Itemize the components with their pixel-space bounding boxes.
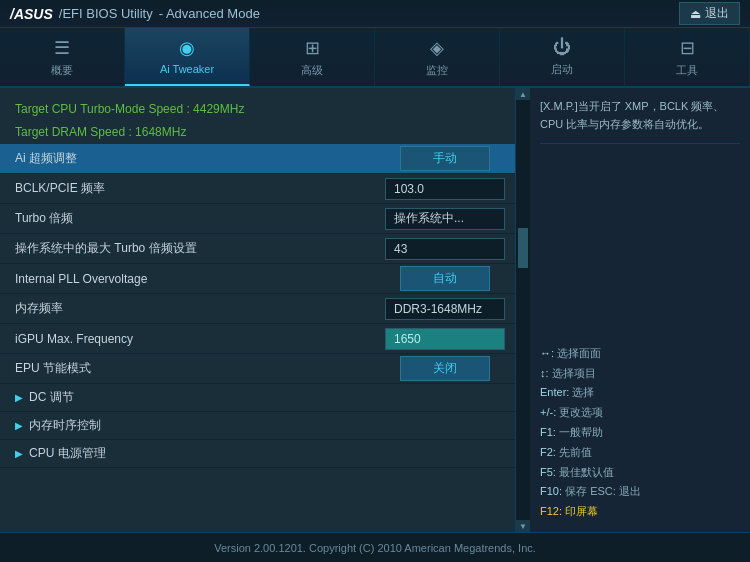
key-hint-0: ↔: 选择面面 <box>540 344 740 364</box>
nav-tabs: ☰ 概要 ◉ Ai Tweaker ⊞ 高级 ◈ 监控 ⏻ 启动 ⊟ 工具 <box>0 28 750 88</box>
setting-row-turbo[interactable]: Turbo 倍频 <box>0 204 515 234</box>
expandable-dc[interactable]: ▶ DC 调节 <box>0 384 515 412</box>
setting-row-bclk[interactable]: BCLK/PCIE 频率 <box>0 174 515 204</box>
tab-boot[interactable]: ⏻ 启动 <box>500 28 625 86</box>
header-mode: - Advanced Mode <box>159 6 260 21</box>
expand-icon-dc: ▶ <box>15 392 23 403</box>
advanced-icon: ⊞ <box>305 37 320 59</box>
ai-value: 手动 <box>375 146 515 171</box>
turbo-label: Turbo 倍频 <box>0 210 375 227</box>
expand-icon-cpu: ▶ <box>15 448 23 459</box>
help-text: [X.M.P.]当开启了 XMP，BCLK 频率、CPU 比率与内存参数将自动优… <box>540 98 740 144</box>
exit-button[interactable]: ⏏ 退出 <box>679 2 740 25</box>
turbo-value <box>375 208 515 230</box>
tab-monitor-label: 监控 <box>426 63 448 78</box>
tools-icon: ⊟ <box>680 37 695 59</box>
key-hint-5: F2: 先前值 <box>540 443 740 463</box>
max-turbo-value <box>375 238 515 260</box>
expandable-memory[interactable]: ▶ 内存时序控制 <box>0 412 515 440</box>
bclk-label: BCLK/PCIE 频率 <box>0 180 375 197</box>
footer-text: Version 2.00.1201. Copyright (C) 2010 Am… <box>214 542 536 554</box>
dc-label: DC 调节 <box>29 389 74 406</box>
tab-tools[interactable]: ⊟ 工具 <box>625 28 750 86</box>
turbo-input[interactable] <box>385 208 505 230</box>
key-help: ↔: 选择面面 ↕: 选择项目 Enter: 选择 +/-: 更改选项 F1: … <box>540 344 740 522</box>
left-panel: Target CPU Turbo-Mode Speed : 4429MHz Ta… <box>0 88 516 532</box>
tab-overview[interactable]: ☰ 概要 <box>0 28 125 86</box>
boot-icon: ⏻ <box>553 37 571 58</box>
igpu-value <box>375 328 515 350</box>
igpu-label: iGPU Max. Frequency <box>0 332 375 346</box>
tab-advanced-label: 高级 <box>301 63 323 78</box>
key-hint-6: F5: 最佳默认值 <box>540 463 740 483</box>
memory-label: 内存频率 <box>0 300 375 317</box>
setting-row-igpu[interactable]: iGPU Max. Frequency <box>0 324 515 354</box>
header-logo: /ASUS /EFI BIOS Utility - Advanced Mode <box>10 6 260 22</box>
tab-ai-tweaker[interactable]: ◉ Ai Tweaker <box>125 28 250 86</box>
setting-row-ai[interactable]: Ai 超频调整 手动 <box>0 144 515 174</box>
bclk-input[interactable] <box>385 178 505 200</box>
scroll-thumb[interactable] <box>518 228 528 268</box>
tab-ai-tweaker-label: Ai Tweaker <box>160 63 214 75</box>
tab-overview-label: 概要 <box>51 63 73 78</box>
expand-icon-memory: ▶ <box>15 420 23 431</box>
cpu-power-label: CPU 电源管理 <box>29 445 106 462</box>
tab-monitor[interactable]: ◈ 监控 <box>375 28 500 86</box>
max-turbo-label: 操作系统中的最大 Turbo 倍频设置 <box>0 240 375 257</box>
setting-row-max-turbo[interactable]: 操作系统中的最大 Turbo 倍频设置 <box>0 234 515 264</box>
pll-value-btn[interactable]: 自动 <box>400 266 490 291</box>
header-title: /EFI BIOS Utility <box>59 6 153 21</box>
memory-value <box>375 298 515 320</box>
key-hint-8: F12: 印屏幕 <box>540 502 740 522</box>
monitor-icon: ◈ <box>430 37 444 59</box>
main-content: Target CPU Turbo-Mode Speed : 4429MHz Ta… <box>0 88 750 532</box>
scrollbar[interactable]: ▲ ▼ <box>516 88 530 532</box>
overview-icon: ☰ <box>54 37 70 59</box>
header: /ASUS /EFI BIOS Utility - Advanced Mode … <box>0 0 750 28</box>
info-cpu: Target CPU Turbo-Mode Speed : 4429MHz <box>0 98 515 121</box>
setting-row-pll[interactable]: Internal PLL Overvoltage 自动 <box>0 264 515 294</box>
tab-boot-label: 启动 <box>551 62 573 77</box>
settings-list: Ai 超频调整 手动 BCLK/PCIE 频率 Turbo 倍频 <box>0 144 515 468</box>
asus-logo: /ASUS <box>10 6 53 22</box>
epu-value-btn[interactable]: 关闭 <box>400 356 490 381</box>
ai-tweaker-icon: ◉ <box>179 37 195 59</box>
footer: Version 2.00.1201. Copyright (C) 2010 Am… <box>0 532 750 562</box>
settings-area: Target CPU Turbo-Mode Speed : 4429MHz Ta… <box>0 88 530 532</box>
setting-row-memory[interactable]: 内存频率 <box>0 294 515 324</box>
pll-label: Internal PLL Overvoltage <box>0 272 375 286</box>
epu-value: 关闭 <box>375 356 515 381</box>
key-hint-4: F1: 一般帮助 <box>540 423 740 443</box>
key-hint-2: Enter: 选择 <box>540 383 740 403</box>
tab-tools-label: 工具 <box>676 63 698 78</box>
key-hint-1: ↕: 选择项目 <box>540 364 740 384</box>
ai-value-btn[interactable]: 手动 <box>400 146 490 171</box>
memory-timing-label: 内存时序控制 <box>29 417 101 434</box>
scroll-up[interactable]: ▲ <box>516 88 530 100</box>
setting-row-epu[interactable]: EPU 节能模式 关闭 <box>0 354 515 384</box>
igpu-input[interactable] <box>385 328 505 350</box>
key-hint-3: +/-: 更改选项 <box>540 403 740 423</box>
key-hint-7: F10: 保存 ESC: 退出 <box>540 482 740 502</box>
ai-label: Ai 超频调整 <box>0 150 375 167</box>
info-dram: Target DRAM Speed : 1648MHz <box>0 121 515 144</box>
epu-label: EPU 节能模式 <box>0 360 375 377</box>
bclk-value <box>375 178 515 200</box>
right-panel: [X.M.P.]当开启了 XMP，BCLK 频率、CPU 比率与内存参数将自动优… <box>530 88 750 532</box>
expandable-cpu[interactable]: ▶ CPU 电源管理 <box>0 440 515 468</box>
exit-icon: ⏏ <box>690 7 701 21</box>
pll-value: 自动 <box>375 266 515 291</box>
tab-advanced[interactable]: ⊞ 高级 <box>250 28 375 86</box>
exit-label: 退出 <box>705 5 729 22</box>
memory-input[interactable] <box>385 298 505 320</box>
max-turbo-input[interactable] <box>385 238 505 260</box>
scroll-down[interactable]: ▼ <box>516 520 530 532</box>
